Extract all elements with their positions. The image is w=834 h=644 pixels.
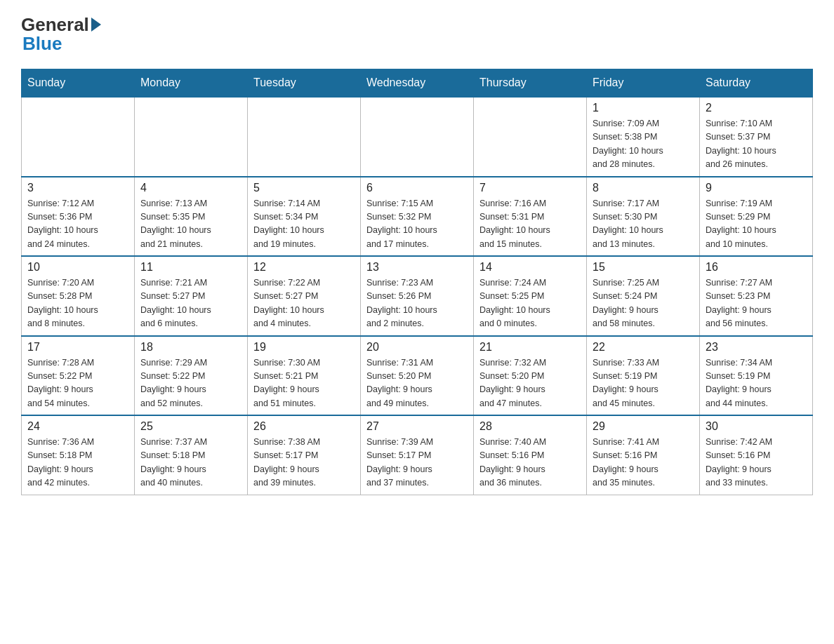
calendar-cell: 13Sunrise: 7:23 AMSunset: 5:26 PMDayligh… xyxy=(361,256,474,336)
logo-blue-text: Blue xyxy=(22,33,62,55)
day-number: 4 xyxy=(140,182,241,194)
day-number: 23 xyxy=(706,341,807,354)
day-info: Sunrise: 7:36 AMSunset: 5:18 PMDaylight:… xyxy=(27,436,128,490)
calendar-cell: 16Sunrise: 7:27 AMSunset: 5:23 PMDayligh… xyxy=(700,256,813,336)
day-number: 10 xyxy=(27,261,128,274)
day-number: 29 xyxy=(593,420,694,433)
day-number: 6 xyxy=(366,182,468,194)
day-info: Sunrise: 7:15 AMSunset: 5:32 PMDaylight:… xyxy=(366,197,468,252)
day-info: Sunrise: 7:09 AMSunset: 5:38 PMDaylight:… xyxy=(593,117,694,172)
day-number: 24 xyxy=(27,420,128,433)
day-number: 20 xyxy=(366,341,468,354)
day-info: Sunrise: 7:30 AMSunset: 5:21 PMDaylight:… xyxy=(253,356,355,411)
day-number: 5 xyxy=(253,182,355,194)
calendar-cell: 20Sunrise: 7:31 AMSunset: 5:20 PMDayligh… xyxy=(361,336,474,416)
day-number: 16 xyxy=(706,261,807,274)
day-number: 18 xyxy=(140,341,241,354)
day-number: 8 xyxy=(593,182,694,194)
calendar-header-row: SundayMondayTuesdayWednesdayThursdayFrid… xyxy=(22,69,813,98)
calendar-cell xyxy=(248,97,361,177)
day-info: Sunrise: 7:22 AMSunset: 5:27 PMDaylight:… xyxy=(253,276,355,331)
calendar-cell: 15Sunrise: 7:25 AMSunset: 5:24 PMDayligh… xyxy=(587,256,700,336)
calendar-week-row: 24Sunrise: 7:36 AMSunset: 5:18 PMDayligh… xyxy=(22,415,813,495)
day-info: Sunrise: 7:17 AMSunset: 5:30 PMDaylight:… xyxy=(593,197,694,252)
calendar-cell: 29Sunrise: 7:41 AMSunset: 5:16 PMDayligh… xyxy=(587,415,700,495)
day-number: 12 xyxy=(253,261,355,274)
day-number: 17 xyxy=(27,341,128,354)
day-info: Sunrise: 7:19 AMSunset: 5:29 PMDaylight:… xyxy=(706,197,807,252)
calendar-week-row: 10Sunrise: 7:20 AMSunset: 5:28 PMDayligh… xyxy=(22,256,813,336)
weekday-header-saturday: Saturday xyxy=(700,69,813,98)
weekday-header-sunday: Sunday xyxy=(22,69,135,98)
day-info: Sunrise: 7:28 AMSunset: 5:22 PMDaylight:… xyxy=(27,356,128,411)
calendar-cell: 14Sunrise: 7:24 AMSunset: 5:25 PMDayligh… xyxy=(474,256,587,336)
calendar-cell xyxy=(474,97,587,177)
day-number: 15 xyxy=(593,261,694,274)
calendar-cell: 24Sunrise: 7:36 AMSunset: 5:18 PMDayligh… xyxy=(22,415,135,495)
calendar-cell: 30Sunrise: 7:42 AMSunset: 5:16 PMDayligh… xyxy=(700,415,813,495)
day-info: Sunrise: 7:34 AMSunset: 5:19 PMDaylight:… xyxy=(706,356,807,411)
day-info: Sunrise: 7:13 AMSunset: 5:35 PMDaylight:… xyxy=(140,197,241,252)
day-info: Sunrise: 7:42 AMSunset: 5:16 PMDaylight:… xyxy=(706,436,807,490)
calendar-cell: 26Sunrise: 7:38 AMSunset: 5:17 PMDayligh… xyxy=(248,415,361,495)
day-info: Sunrise: 7:16 AMSunset: 5:31 PMDaylight:… xyxy=(479,197,581,252)
day-number: 27 xyxy=(366,420,468,433)
weekday-header-tuesday: Tuesday xyxy=(248,69,361,98)
logo-arrow-icon xyxy=(91,18,101,32)
day-info: Sunrise: 7:25 AMSunset: 5:24 PMDaylight:… xyxy=(593,276,694,331)
calendar-cell xyxy=(361,97,474,177)
calendar-cell: 27Sunrise: 7:39 AMSunset: 5:17 PMDayligh… xyxy=(361,415,474,495)
calendar-cell: 11Sunrise: 7:21 AMSunset: 5:27 PMDayligh… xyxy=(135,256,248,336)
weekday-header-wednesday: Wednesday xyxy=(361,69,474,98)
calendar-cell: 3Sunrise: 7:12 AMSunset: 5:36 PMDaylight… xyxy=(22,177,135,257)
day-number: 7 xyxy=(479,182,581,194)
day-number: 13 xyxy=(366,261,468,274)
day-number: 26 xyxy=(253,420,355,433)
calendar-cell: 18Sunrise: 7:29 AMSunset: 5:22 PMDayligh… xyxy=(135,336,248,416)
calendar-cell: 28Sunrise: 7:40 AMSunset: 5:16 PMDayligh… xyxy=(474,415,587,495)
day-info: Sunrise: 7:38 AMSunset: 5:17 PMDaylight:… xyxy=(253,436,355,490)
day-number: 30 xyxy=(706,420,807,433)
day-info: Sunrise: 7:23 AMSunset: 5:26 PMDaylight:… xyxy=(366,276,468,331)
day-info: Sunrise: 7:40 AMSunset: 5:16 PMDaylight:… xyxy=(479,436,581,490)
calendar-cell xyxy=(135,97,248,177)
day-info: Sunrise: 7:39 AMSunset: 5:17 PMDaylight:… xyxy=(366,436,468,490)
calendar-cell: 21Sunrise: 7:32 AMSunset: 5:20 PMDayligh… xyxy=(474,336,587,416)
calendar-cell: 23Sunrise: 7:34 AMSunset: 5:19 PMDayligh… xyxy=(700,336,813,416)
day-info: Sunrise: 7:21 AMSunset: 5:27 PMDaylight:… xyxy=(140,276,241,331)
calendar-week-row: 3Sunrise: 7:12 AMSunset: 5:36 PMDaylight… xyxy=(22,177,813,257)
weekday-header-friday: Friday xyxy=(587,69,700,98)
weekday-header-thursday: Thursday xyxy=(474,69,587,98)
calendar-cell: 9Sunrise: 7:19 AMSunset: 5:29 PMDaylight… xyxy=(700,177,813,257)
day-info: Sunrise: 7:27 AMSunset: 5:23 PMDaylight:… xyxy=(706,276,807,331)
calendar-cell: 4Sunrise: 7:13 AMSunset: 5:35 PMDaylight… xyxy=(135,177,248,257)
calendar-week-row: 17Sunrise: 7:28 AMSunset: 5:22 PMDayligh… xyxy=(22,336,813,416)
calendar-cell: 17Sunrise: 7:28 AMSunset: 5:22 PMDayligh… xyxy=(22,336,135,416)
day-number: 9 xyxy=(706,182,807,194)
weekday-header-monday: Monday xyxy=(135,69,248,98)
day-info: Sunrise: 7:20 AMSunset: 5:28 PMDaylight:… xyxy=(27,276,128,331)
day-number: 28 xyxy=(479,420,581,433)
calendar-cell: 1Sunrise: 7:09 AMSunset: 5:38 PMDaylight… xyxy=(587,97,700,177)
day-info: Sunrise: 7:41 AMSunset: 5:16 PMDaylight:… xyxy=(593,436,694,490)
day-info: Sunrise: 7:14 AMSunset: 5:34 PMDaylight:… xyxy=(253,197,355,252)
day-info: Sunrise: 7:33 AMSunset: 5:19 PMDaylight:… xyxy=(593,356,694,411)
calendar-cell: 10Sunrise: 7:20 AMSunset: 5:28 PMDayligh… xyxy=(22,256,135,336)
day-number: 14 xyxy=(479,261,581,274)
calendar-table: SundayMondayTuesdayWednesdayThursdayFrid… xyxy=(21,69,813,495)
calendar-cell: 8Sunrise: 7:17 AMSunset: 5:30 PMDaylight… xyxy=(587,177,700,257)
calendar-cell: 2Sunrise: 7:10 AMSunset: 5:37 PMDaylight… xyxy=(700,97,813,177)
day-info: Sunrise: 7:10 AMSunset: 5:37 PMDaylight:… xyxy=(706,117,807,172)
day-info: Sunrise: 7:31 AMSunset: 5:20 PMDaylight:… xyxy=(366,356,468,411)
day-number: 22 xyxy=(593,341,694,354)
day-info: Sunrise: 7:37 AMSunset: 5:18 PMDaylight:… xyxy=(140,436,241,490)
day-info: Sunrise: 7:29 AMSunset: 5:22 PMDaylight:… xyxy=(140,356,241,411)
calendar-cell: 19Sunrise: 7:30 AMSunset: 5:21 PMDayligh… xyxy=(248,336,361,416)
calendar-week-row: 1Sunrise: 7:09 AMSunset: 5:38 PMDaylight… xyxy=(22,97,813,177)
day-number: 25 xyxy=(140,420,241,433)
day-number: 2 xyxy=(706,102,807,114)
day-info: Sunrise: 7:12 AMSunset: 5:36 PMDaylight:… xyxy=(27,197,128,252)
logo: General Blue xyxy=(21,14,101,55)
day-number: 11 xyxy=(140,261,241,274)
calendar-cell: 5Sunrise: 7:14 AMSunset: 5:34 PMDaylight… xyxy=(248,177,361,257)
